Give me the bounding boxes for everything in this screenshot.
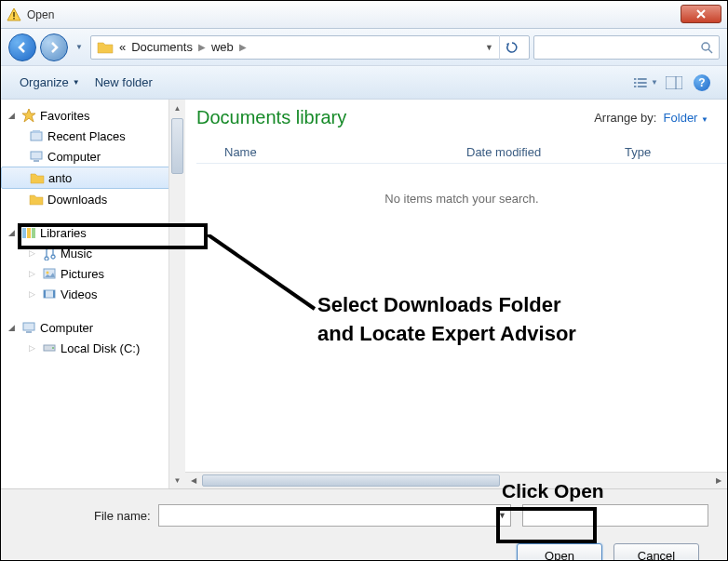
- svg-rect-15: [31, 132, 42, 140]
- organize-label: Organize: [20, 75, 69, 89]
- pictures-icon: [42, 266, 57, 281]
- navigation-tree: ◢ Favorites Recent Places Computer anto …: [1, 100, 185, 364]
- svg-rect-1: [13, 12, 15, 17]
- refresh-button[interactable]: [499, 35, 523, 60]
- scroll-down-button[interactable]: ▼: [169, 472, 185, 488]
- column-type[interactable]: Type: [625, 145, 727, 159]
- tree-item-pictures[interactable]: ▷ Pictures: [1, 263, 185, 284]
- main-area: ◢ Favorites Recent Places Computer anto …: [1, 100, 727, 488]
- scroll-thumb[interactable]: [202, 474, 500, 487]
- tree-computer[interactable]: ◢ Computer: [1, 317, 185, 338]
- history-dropdown[interactable]: ▼: [72, 43, 87, 51]
- scroll-right-button[interactable]: ▶: [710, 473, 727, 488]
- back-button[interactable]: [8, 33, 36, 61]
- expand-icon[interactable]: ▷: [29, 248, 38, 258]
- filename-input[interactable]: [158, 504, 511, 527]
- view-mode-button[interactable]: ▼: [634, 71, 658, 95]
- tree-item-music[interactable]: ▷ Music: [1, 243, 185, 263]
- tree-item-computer[interactable]: Computer: [1, 146, 185, 167]
- tree-libraries[interactable]: ◢ Libraries: [1, 222, 185, 243]
- tree-item-recent-places[interactable]: Recent Places: [1, 126, 185, 146]
- collapse-icon[interactable]: ◢: [8, 323, 18, 332]
- svg-rect-27: [23, 323, 34, 330]
- tree-item-downloads[interactable]: Downloads: [1, 189, 185, 209]
- svg-rect-20: [27, 228, 31, 238]
- help-button[interactable]: ?: [690, 71, 714, 95]
- computer-icon: [21, 320, 36, 335]
- content-scrollbar[interactable]: ◀ ▶: [185, 472, 727, 488]
- libraries-icon: [21, 225, 36, 240]
- tree-item-local-disk[interactable]: ▷ Local Disk (C:): [1, 338, 185, 358]
- tree-item-videos[interactable]: ▷ Videos: [1, 284, 185, 304]
- cancel-button[interactable]: Cancel: [613, 543, 699, 561]
- open-button[interactable]: Open: [517, 543, 602, 561]
- svg-rect-28: [26, 331, 32, 333]
- svg-rect-25: [44, 290, 46, 298]
- search-icon: [700, 41, 713, 54]
- disk-icon: [42, 341, 57, 355]
- tree-label: Libraries: [40, 226, 87, 240]
- filename-label: File name:: [94, 509, 151, 523]
- expand-icon[interactable]: ▷: [29, 343, 38, 353]
- new-folder-button[interactable]: New folder: [88, 72, 160, 93]
- tree-label: anto: [48, 171, 72, 185]
- music-icon: [42, 246, 57, 260]
- filename-dropdown[interactable]: ▼: [498, 511, 515, 520]
- tree-label: Videos: [61, 287, 98, 301]
- warning-icon: [7, 7, 21, 22]
- tree-item-anto[interactable]: anto: [1, 167, 185, 189]
- star-icon: [21, 108, 36, 123]
- svg-rect-17: [31, 152, 42, 159]
- scroll-thumb[interactable]: [171, 118, 183, 174]
- svg-point-4: [702, 43, 709, 50]
- search-input[interactable]: [533, 35, 720, 60]
- toolbar: Organize▼ New folder ▼ ?: [1, 66, 727, 100]
- sidebar-scrollbar[interactable]: ▲ ▼: [169, 100, 185, 488]
- chevron-right-icon: ▶: [198, 42, 206, 52]
- content-area: Documents library Arrange by: Folder ▼ N…: [185, 100, 727, 488]
- tree-favorites[interactable]: ◢ Favorites: [1, 105, 185, 126]
- computer-icon: [29, 149, 44, 164]
- recent-places-icon: [29, 128, 44, 143]
- window-title: Open: [27, 8, 54, 21]
- expand-icon[interactable]: ▷: [29, 289, 38, 299]
- column-name[interactable]: Name: [196, 145, 466, 159]
- arrange-value-text: Folder: [664, 111, 698, 125]
- collapse-icon[interactable]: ◢: [8, 111, 18, 120]
- arrange-value[interactable]: Folder ▼: [664, 111, 708, 125]
- new-folder-label: New folder: [95, 75, 153, 89]
- collapse-icon[interactable]: ◢: [8, 228, 18, 237]
- title-bar: Open: [1, 1, 727, 29]
- close-icon: [696, 9, 706, 19]
- organize-menu[interactable]: Organize▼: [12, 72, 88, 93]
- breadcrumb-dropdown[interactable]: ▼: [485, 43, 493, 52]
- scroll-up-button[interactable]: ▲: [169, 100, 185, 116]
- filetype-filter[interactable]: [522, 504, 708, 527]
- tree-label: Music: [61, 247, 92, 260]
- preview-pane-button[interactable]: [662, 71, 686, 95]
- svg-point-23: [47, 272, 49, 274]
- svg-rect-6: [634, 78, 636, 80]
- tree-label: Pictures: [61, 267, 104, 281]
- scroll-left-button[interactable]: ◀: [185, 473, 202, 488]
- svg-rect-2: [13, 18, 15, 20]
- breadcrumb[interactable]: « Documents ▶ web ▶ ▼: [90, 35, 530, 60]
- svg-rect-16: [33, 130, 40, 133]
- library-title: Documents library: [196, 107, 346, 128]
- forward-button[interactable]: [40, 33, 68, 61]
- expand-icon[interactable]: ▷: [29, 269, 38, 278]
- folder-icon: [97, 40, 114, 54]
- svg-rect-10: [634, 86, 636, 87]
- chevron-right-icon: ▶: [239, 42, 247, 52]
- svg-marker-14: [22, 109, 35, 122]
- downloads-folder-icon: [29, 192, 44, 207]
- arrange-label: Arrange by:: [594, 111, 656, 125]
- svg-rect-12: [666, 76, 682, 89]
- tree-label: Favorites: [40, 109, 89, 123]
- close-button[interactable]: [681, 5, 721, 23]
- column-date[interactable]: Date modified: [466, 145, 625, 159]
- breadcrumb-segment[interactable]: web: [211, 40, 234, 54]
- breadcrumb-segment[interactable]: Documents: [131, 40, 193, 54]
- svg-rect-9: [638, 82, 647, 84]
- folder-icon: [30, 170, 45, 185]
